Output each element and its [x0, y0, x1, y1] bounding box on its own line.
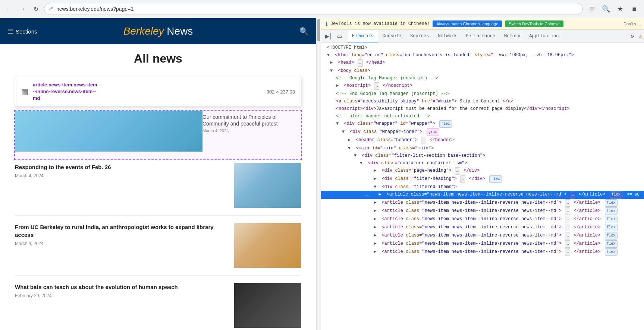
hamburger-icon: ☰ — [7, 27, 13, 35]
html-head[interactable]: ▶ <head> … </head> — [321, 59, 644, 67]
browser-toolbar: ← → ↻ ☍ news.berkeley.edu/news?page=1 ⊞ … — [0, 0, 644, 18]
news-item-4: What bats can teach us about the evoluti… — [15, 283, 301, 330]
switch-chinese-button[interactable]: Switch DevTools to Chinese — [505, 20, 563, 27]
news-item-2: Responding to the events of Feb. 26 Marc… — [15, 163, 301, 216]
forward-button[interactable]: → — [17, 4, 28, 14]
reload-button[interactable]: ↻ — [31, 4, 41, 14]
article-text-1: Our commitment to Principles of Communit… — [202, 111, 301, 152]
url-text: news.berkeley.edu/news?page=1 — [56, 6, 133, 12]
devtools-notification: ℹ DevTools is now available in Chinese! … — [321, 18, 644, 30]
article-title-3[interactable]: From UC Berkeley to rural India, an anth… — [15, 223, 227, 239]
devtools-tool-icons: ▶│ ▭ — [323, 31, 346, 41]
element-tooltip: ▦ article.news-item.news-item --inline-r… — [15, 77, 301, 107]
html-gtm-end-comment[interactable]: <!-- End Google Tag Manager (noscript) -… — [321, 90, 644, 98]
article-img-placeholder-2 — [234, 163, 301, 208]
html-article-5[interactable]: ▶ <article class="news-item news-item--i… — [321, 223, 644, 232]
article-image-1 — [15, 111, 202, 152]
article-text-4: What bats can teach us about the evoluti… — [15, 283, 234, 328]
devtools-html-content[interactable]: <!DOCTYPE html> ▼ <html lang="en-us" cla… — [321, 42, 644, 330]
tooltip-size-text: 902 × 237.03 — [267, 89, 295, 95]
tooltip-class-text: article.news-item.news-item --inline-rev… — [33, 82, 97, 102]
html-skip-link[interactable]: <a class="accessibility skippy" href="#m… — [321, 98, 644, 105]
search-button[interactable]: 🔍 — [299, 27, 309, 36]
html-article-4[interactable]: ▶ <article class="news-item news-item--i… — [321, 215, 644, 223]
html-body[interactable]: ▼ <body class> — [321, 67, 644, 74]
toolbar-icons: ⊞ 🔍 ★ ■ — [586, 3, 640, 15]
sections-label: Sections — [16, 28, 37, 35]
logo-berkeley: Berkeley — [123, 25, 164, 37]
html-wrapper[interactable]: ▼ <div class="wrapper" id="wrapper"> fle… — [321, 120, 644, 128]
html-page-heading[interactable]: ▶ <div class="page-heading"> … </div> — [321, 167, 644, 175]
tab-elements[interactable]: Elements — [348, 30, 378, 42]
sections-button[interactable]: ☰ Sections — [7, 27, 37, 35]
address-bar[interactable]: ☍ news.berkeley.edu/news?page=1 — [44, 3, 583, 15]
html-filter-heading[interactable]: ▶ <div class="filter-heading"> … </div> … — [321, 175, 644, 183]
search-extension-button[interactable]: 🔍 — [600, 3, 612, 15]
scrollbar[interactable] — [316, 18, 321, 330]
tab-console[interactable]: Console — [378, 30, 406, 42]
always-match-button[interactable]: Always match Chrome's language — [433, 20, 502, 27]
tab-sources[interactable]: Sources — [406, 30, 433, 42]
browser-chrome: ← → ↻ ☍ news.berkeley.edu/news?page=1 ⊞ … — [0, 0, 644, 18]
tab-memory[interactable]: Memory — [500, 30, 525, 42]
logo-news: News — [164, 25, 193, 37]
lock-icon: ☍ — [49, 6, 53, 12]
more-tabs-button[interactable]: » — [628, 32, 638, 40]
article-date-1: March 4, 2024 — [202, 128, 301, 133]
bookmark-button[interactable]: ★ — [614, 3, 626, 15]
html-container[interactable]: ▼ <div class="container container--sm"> — [321, 159, 644, 167]
article-text-2: Responding to the events of Feb. 26 Marc… — [15, 163, 234, 208]
news-item-3: From UC Berkeley to rural India, an anth… — [15, 223, 301, 276]
html-article-7[interactable]: ▶ <article class="news-item news-item--i… — [321, 240, 644, 248]
news-item-first: Our commitment to Principles of Communit… — [15, 111, 301, 159]
website-content: ☰ Sections Berkeley News 🔍 All news ▦ ar… — [0, 18, 316, 330]
html-filter-section[interactable]: ▼ <div class="filter-list-section base-s… — [321, 152, 644, 159]
article-title-2[interactable]: Responding to the events of Feb. 26 — [15, 163, 227, 171]
html-noscript-1[interactable]: ▶ <noscript> … </noscript> — [321, 82, 644, 90]
article-img-placeholder-3 — [234, 223, 301, 268]
html-gtm-comment[interactable]: <!-- Google Tag Manager (noscript) --> — [321, 74, 644, 82]
html-doctype[interactable]: <!DOCTYPE html> — [321, 44, 644, 51]
tab-network[interactable]: Network — [433, 30, 461, 42]
device-toolbar-button[interactable]: ▭ — [334, 31, 344, 41]
page-content: All news ▦ article.news-item.news-item -… — [0, 44, 316, 330]
translate-button[interactable]: ⊞ — [586, 3, 598, 15]
html-article-2[interactable]: ▶ <article class="news-item news-item--i… — [321, 199, 644, 207]
page-title: All news — [15, 52, 301, 66]
html-header[interactable]: ▶ <header class="header"> … </header> — [321, 136, 644, 145]
devtools-panel: ℹ DevTools is now available in Chinese! … — [321, 18, 644, 330]
scroll-thumb[interactable] — [317, 19, 320, 41]
article-image-4 — [234, 283, 301, 328]
html-main[interactable]: ▼ <main id="main" class="main"> — [321, 145, 644, 152]
extension-button[interactable]: ■ — [628, 3, 640, 15]
dismiss-notification-button[interactable]: Don't s... — [623, 22, 640, 26]
html-article-3[interactable]: ▶ <article class="news-item news-item--i… — [321, 207, 644, 215]
html-filtered-items[interactable]: ▼ <div class="filtered-items"> — [321, 183, 644, 191]
article-date-4: February 29, 2024 — [15, 293, 227, 298]
article-image-3 — [234, 223, 301, 268]
article-image-2 — [234, 163, 301, 208]
html-root[interactable]: ▼ <html lang="en-us" class="no-toucheven… — [321, 51, 644, 59]
main-area: ☰ Sections Berkeley News 🔍 All news ▦ ar… — [0, 18, 644, 330]
html-alert-comment[interactable]: <!-- alert banner not activated --> — [321, 112, 644, 120]
back-button[interactable]: ← — [4, 4, 14, 14]
devtools-tabs: ▶│ ▭ Elements Console Sources Network Pe… — [321, 30, 644, 42]
article-date-2: March 4, 2024 — [15, 173, 227, 178]
warning-icon: ⚠ — [639, 32, 643, 40]
site-header: ☰ Sections Berkeley News 🔍 — [0, 18, 316, 44]
tab-application[interactable]: Application — [525, 30, 563, 42]
html-article-selected[interactable]: … ▶ <article class="news-item news-item-… — [321, 191, 644, 199]
article-title-1[interactable]: Our commitment to Principles of Communit… — [202, 114, 301, 127]
article-img-placeholder-4 — [234, 283, 301, 328]
article-date-3: March 4, 2024 — [15, 241, 227, 246]
element-icon: ▦ — [21, 87, 28, 96]
article-title-4[interactable]: What bats can teach us about the evoluti… — [15, 283, 227, 291]
inspect-element-button[interactable]: ▶│ — [324, 31, 334, 41]
html-noscript-2[interactable]: <noscript><div>Javascript must be enable… — [321, 105, 644, 112]
notification-text: DevTools is now available in Chinese! — [330, 21, 430, 26]
tab-performance[interactable]: Performance — [461, 30, 500, 42]
notification-info-icon: ℹ — [326, 21, 327, 27]
html-wrapper-inner[interactable]: ▼ <div class="wrapper-inner"> grid — [321, 128, 644, 136]
html-article-6[interactable]: ▶ <article class="news-item news-item--i… — [321, 232, 644, 240]
html-article-8[interactable]: ▶ <article class="news-item news-item--i… — [321, 248, 644, 256]
